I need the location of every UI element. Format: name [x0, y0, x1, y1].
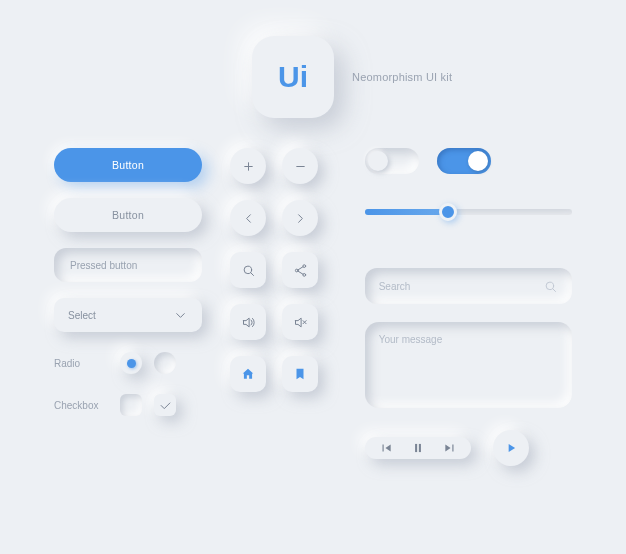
search-field[interactable] [365, 268, 572, 304]
checkbox-row: Checkbox [54, 394, 202, 416]
skip-next-icon[interactable] [443, 441, 457, 455]
message-input[interactable] [379, 334, 558, 396]
kit-title: Neomorphism UI kit [352, 71, 452, 83]
message-field[interactable] [365, 322, 572, 408]
chevron-left-icon [241, 211, 256, 226]
component-grid: Button Button Pressed button Select Radi… [54, 148, 572, 466]
select-label: Select [68, 310, 96, 321]
svg-marker-11 [295, 318, 301, 327]
col-buttons: Button Button Pressed button Select Radi… [54, 148, 202, 466]
radio-selected[interactable] [120, 352, 142, 374]
plus-icon [241, 159, 256, 174]
mute-button[interactable] [282, 304, 318, 340]
pressed-button[interactable]: Pressed button [54, 248, 202, 282]
checkbox-label: Checkbox [54, 400, 108, 411]
logo-tile: Ui [252, 36, 334, 118]
chevron-down-icon [173, 308, 188, 323]
minus-button[interactable] [282, 148, 318, 184]
primary-button-label: Button [112, 159, 144, 171]
default-button[interactable]: Button [54, 198, 202, 232]
check-icon [158, 398, 173, 413]
toggle-off[interactable] [365, 148, 419, 174]
next-circle-button[interactable] [282, 200, 318, 236]
player-controls [365, 430, 572, 466]
prev-circle-button[interactable] [230, 200, 266, 236]
radio-row: Radio [54, 352, 202, 374]
play-icon [504, 441, 518, 455]
pause-icon[interactable] [411, 441, 425, 455]
checkbox-checked[interactable] [154, 394, 176, 416]
header: Ui Neomorphism UI kit [252, 36, 572, 118]
chevron-right-icon [293, 211, 308, 226]
svg-line-15 [553, 288, 556, 291]
volume-icon [241, 315, 256, 330]
svg-rect-17 [419, 444, 421, 452]
radio-unselected[interactable] [154, 352, 176, 374]
search-icon [241, 263, 256, 278]
checkbox-unchecked[interactable] [120, 394, 142, 416]
player-group [365, 437, 471, 459]
home-icon [241, 367, 255, 381]
svg-line-9 [298, 271, 303, 274]
mute-icon [293, 315, 308, 330]
bookmark-button[interactable] [282, 356, 318, 392]
search-input[interactable] [379, 281, 519, 292]
skip-previous-icon[interactable] [379, 441, 393, 455]
default-button-label: Button [112, 209, 144, 221]
ui-kit-canvas: Ui Neomorphism UI kit Button Button Pres… [0, 0, 626, 554]
slider[interactable] [365, 202, 572, 222]
home-button[interactable] [230, 356, 266, 392]
select-dropdown[interactable]: Select [54, 298, 202, 332]
logo-text: Ui [278, 60, 308, 94]
toggle-knob [368, 151, 388, 171]
col-icons [230, 148, 337, 466]
primary-button[interactable]: Button [54, 148, 202, 182]
svg-rect-16 [415, 444, 417, 452]
radio-label: Radio [54, 358, 108, 369]
svg-line-4 [250, 272, 253, 275]
search-button[interactable] [230, 252, 266, 288]
search-icon [543, 279, 558, 294]
plus-button[interactable] [230, 148, 266, 184]
toggles-row [365, 148, 572, 174]
volume-button[interactable] [230, 304, 266, 340]
toggle-on[interactable] [437, 148, 491, 174]
toggle-knob [468, 151, 488, 171]
pressed-button-label: Pressed button [70, 260, 137, 271]
svg-marker-10 [243, 318, 249, 327]
svg-line-8 [298, 266, 303, 269]
slider-fill [365, 209, 448, 215]
minus-icon [293, 159, 308, 174]
play-button[interactable] [493, 430, 529, 466]
share-button[interactable] [282, 252, 318, 288]
col-controls [365, 148, 572, 466]
share-icon [293, 263, 308, 278]
radio-dot [127, 359, 136, 368]
bookmark-icon [293, 367, 307, 381]
slider-knob[interactable] [439, 203, 457, 221]
